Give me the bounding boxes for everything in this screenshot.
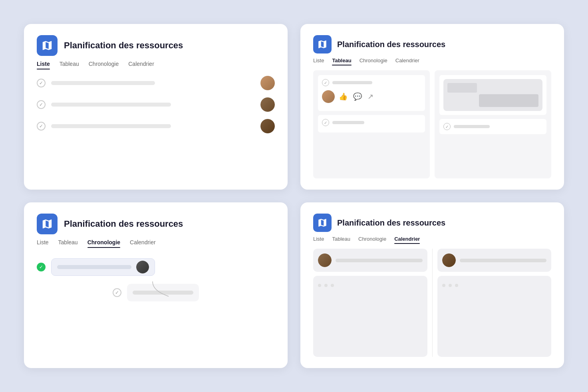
avatar-img [136, 261, 149, 273]
avatar-img [442, 253, 456, 267]
check-circle[interactable]: ✓ [37, 100, 46, 109]
tab-tableau[interactable]: Tableau [332, 236, 350, 243]
avatar-img [318, 253, 332, 267]
check-circle[interactable]: ✓ [37, 122, 46, 131]
map-icon [317, 218, 328, 228]
calendar-dots [442, 284, 547, 287]
task-bar [454, 125, 490, 128]
card-header: Planification des ressources [37, 214, 275, 234]
board-card: ✓ [318, 115, 425, 133]
cal-dot [318, 284, 321, 287]
app-icon [37, 35, 58, 56]
tab-calendrier[interactable]: Calendrier [394, 236, 420, 243]
app-title: Planification des ressources [337, 40, 445, 49]
list-item: ✓ [37, 76, 275, 90]
board-view: ✓ 👍 💬 ↗ [313, 70, 551, 178]
timeline-second-task: ✓ [113, 284, 275, 301]
card-header: Planification des ressources [37, 35, 275, 56]
thumbs-up-icon[interactable]: 👍 [339, 92, 348, 101]
list-item: ✓ [37, 97, 275, 112]
map-icon [41, 40, 53, 51]
app-icon [37, 214, 58, 234]
tab-liste[interactable]: Liste [313, 236, 324, 243]
board-column: ✓ [435, 70, 551, 178]
calendar-col-left [313, 249, 427, 357]
tab-liste[interactable]: Liste [313, 57, 324, 65]
cal-dot [455, 284, 458, 287]
check-circle[interactable]: ✓ [322, 119, 329, 126]
tab-tableau[interactable]: Tableau [58, 239, 78, 247]
card-liste: Planification des ressources Liste Table… [24, 24, 288, 190]
calendar-item-empty [437, 276, 552, 357]
avatar [318, 253, 332, 267]
calendar-col-right [437, 249, 552, 357]
tab-tableau[interactable]: Tableau [60, 61, 79, 69]
map-icon [41, 218, 53, 230]
timeline-bar [57, 265, 131, 269]
tab-calendrier[interactable]: Calendrier [395, 57, 419, 65]
timeline-bar [133, 291, 193, 295]
list-view: ✓ ✓ ✓ [37, 76, 275, 178]
app-icon [313, 35, 332, 53]
check-circle[interactable]: ✓ [37, 79, 46, 87]
calendar-view [313, 249, 551, 357]
card-chronologie: Planification des ressources Liste Table… [24, 202, 288, 368]
timeline-task-bar [127, 284, 199, 301]
app-title: Planification des ressources [337, 218, 445, 228]
avatar [322, 90, 335, 103]
app-icon [313, 214, 332, 232]
avatar [260, 119, 275, 133]
tab-chronologie[interactable]: Chronologie [360, 57, 387, 65]
tab-liste[interactable]: Liste [37, 61, 50, 69]
share-icon[interactable]: ↗ [368, 92, 373, 101]
list-item-left: ✓ [37, 100, 260, 109]
avatar [442, 253, 456, 267]
tab-liste[interactable]: Liste [37, 239, 49, 247]
card-tableau: Planification des ressources Liste Table… [300, 24, 564, 190]
calendar-item-empty [313, 276, 427, 357]
task-bar [51, 81, 155, 85]
cal-dot [324, 284, 328, 287]
cal-dot [442, 284, 445, 287]
tab-chronologie[interactable]: Chronologie [358, 236, 386, 243]
tab-chronologie[interactable]: Chronologie [87, 239, 120, 247]
avatar [136, 261, 149, 273]
check-circle[interactable]: ✓ [322, 79, 329, 86]
tab-calendrier[interactable]: Calendrier [130, 239, 156, 247]
tab-calendrier[interactable]: Calendrier [128, 61, 154, 69]
card-header: Planification des ressources [313, 214, 551, 232]
task-bar [51, 124, 171, 128]
task-bar [51, 103, 171, 107]
image-placeholder [443, 79, 542, 111]
card-calendrier: Planification des ressources Liste Table… [300, 202, 564, 368]
tab-tableau[interactable]: Tableau [332, 57, 351, 65]
avatar-img [260, 97, 275, 112]
tab-chronologie[interactable]: Chronologie [89, 61, 119, 69]
check-green: ✓ [37, 263, 46, 271]
avatar-img [260, 119, 275, 133]
board-card: ✓ 👍 💬 ↗ [318, 75, 425, 111]
board-card [439, 75, 546, 115]
board-actions: 👍 💬 ↗ [339, 92, 373, 101]
tabs-chronologie: Liste Tableau Chronologie Calendrier [37, 239, 275, 247]
task-bar [332, 81, 372, 84]
comment-icon[interactable]: 💬 [353, 92, 362, 101]
board-column: ✓ 👍 💬 ↗ [313, 70, 430, 178]
calendar-task-bar [460, 259, 547, 262]
timeline-task-bar [51, 258, 155, 276]
check-circle[interactable]: ✓ [443, 123, 451, 130]
cal-dot [331, 284, 334, 287]
avatar-img [260, 76, 275, 90]
check-circle[interactable]: ✓ [113, 288, 121, 297]
avatar [260, 97, 275, 112]
list-item: ✓ [37, 119, 275, 133]
timeline-view: ✓ ✓ [37, 254, 275, 357]
task-bar [332, 121, 364, 124]
list-item-left: ✓ [37, 79, 260, 87]
app-title: Planification des ressources [64, 40, 183, 51]
calendar-divider [432, 249, 433, 357]
map-icon [317, 39, 328, 49]
calendar-task-bar [336, 259, 423, 262]
calendar-dots [318, 284, 423, 287]
card-header: Planification des ressources [313, 35, 551, 53]
